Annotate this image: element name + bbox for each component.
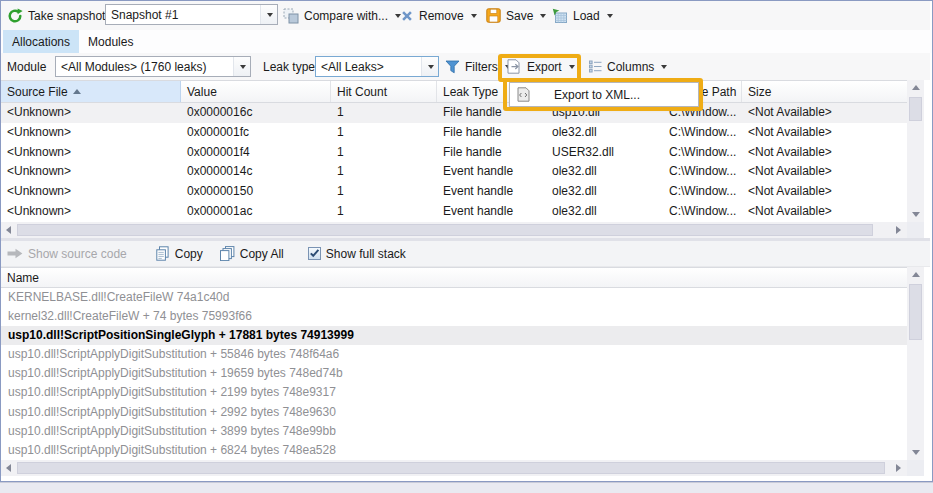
stack-frame-row[interactable]: usp10.dll!ScriptPositionSingleGlyph + 17… [1,326,908,345]
dropdown-caret-icon [569,65,575,69]
scroll-up-icon [912,85,920,90]
column-header-size[interactable]: Size [742,81,908,102]
table-cell: <Not Available> [742,182,908,202]
table-cell: 1 [331,103,437,123]
table-row[interactable]: <Unknown>0x000001ac1Event handleole32.dl… [1,202,908,222]
table-cell: <Not Available> [742,202,908,222]
dropdown-caret-icon [267,13,273,17]
save-button[interactable]: Save [486,1,546,30]
scroll-down-button[interactable] [907,445,924,460]
scrollbar-corner [907,222,924,238]
column-header-value[interactable]: Value [181,81,331,102]
scroll-right-button[interactable] [891,460,906,476]
copy-button[interactable]: Copy [155,246,203,261]
scroll-up-button[interactable] [907,267,924,282]
stack-frame-row[interactable]: usp10.dll!ScriptApplyDigitSubstitution +… [1,364,908,383]
stack-frame-row[interactable]: usp10.dll!ScriptApplyDigitSubstitution +… [1,422,908,441]
copy-icon [155,246,170,261]
leak-type-filter-dropdown-button[interactable] [421,57,438,76]
take-snapshot-button[interactable]: Take snapshot [7,1,105,30]
scrollbar-thumb[interactable] [17,224,873,236]
snapshot-combobox[interactable]: Snapshot #1 [105,4,278,25]
stack-frame-row[interactable]: usp10.dll!ScriptApplyDigitSubstitution +… [1,403,908,422]
tab-bar: Allocations Modules [1,30,932,53]
table-row[interactable]: <Unknown>0x0000016c1File handleusp10.dll… [1,103,908,123]
columns-button[interactable]: Columns [589,53,667,80]
stack-frame-row[interactable]: KERNELBASE.dll!CreateFileW 74a1c40d [1,288,908,307]
filters-button[interactable]: Filters [445,53,511,80]
show-source-code-icon [7,248,23,259]
column-header-label: Value [187,85,217,99]
table-row[interactable]: <Unknown>0x000001501Event handleole32.dl… [1,182,908,202]
dropdown-caret-icon [471,14,477,18]
save-label: Save [506,9,533,23]
scrollbar-corner [907,460,924,476]
table-cell: 1 [331,202,437,222]
stack-frame-row[interactable]: usp10.dll!ScriptApplyDigitSubstitution +… [1,345,908,364]
scroll-left-button[interactable] [1,460,16,476]
load-label: Load [573,9,600,23]
module-filter-dropdown-button[interactable] [233,57,250,76]
remove-button[interactable]: Remove [400,1,477,30]
compare-with-icon [283,8,299,24]
module-filter-label: Module [7,53,46,80]
table-cell: 1 [331,162,437,182]
sort-ascending-icon [73,89,81,94]
scroll-down-button[interactable] [907,207,924,222]
filter-toolbar: Module <All Modules> (1760 leaks) Leak t… [1,53,930,80]
table-cell: ole32.dll [546,202,663,222]
column-header-hit-count[interactable]: Hit Count [331,81,437,102]
table-cell: 1 [331,123,437,143]
table-row[interactable]: <Unknown>0x000001f41File handleUSER32.dl… [1,143,908,163]
stack-table-body: KERNELBASE.dll!CreateFileW 74a1c40dkerne… [1,288,908,460]
dropdown-caret-icon [240,65,246,69]
table-cell: <Unknown> [1,162,181,182]
table-cell: 0x00000150 [181,182,331,202]
scrollbar-thumb[interactable] [17,462,885,474]
table-cell: <Unknown> [1,123,181,143]
export-button[interactable]: Export [506,53,575,80]
table-cell: <Not Available> [742,103,908,123]
export-to-xml-menu-item[interactable]: Export to XML... [554,88,640,102]
table-cell: 0x000001ac [181,202,331,222]
xml-document-icon [517,87,530,102]
table-cell: 0x0000016c [181,103,331,123]
compare-with-button[interactable]: Compare with... [283,1,401,30]
column-header-label: Hit Count [337,85,387,99]
copy-all-button[interactable]: Copy All [219,246,284,261]
profiler-window: Take snapshot Snapshot #1 Compare with..… [0,0,933,482]
dropdown-caret-icon [540,14,546,18]
leak-type-filter-combobox[interactable]: <All Leaks> [315,56,439,77]
scroll-up-icon [912,272,920,277]
stack-frame-row[interactable]: usp10.dll!ScriptApplyDigitSubstitution +… [1,383,908,402]
stack-table-header[interactable]: Name [1,267,908,288]
allocations-vertical-scrollbar[interactable] [907,80,924,222]
module-filter-combobox[interactable]: <All Modules> (1760 leaks) [55,56,251,77]
allocations-table-body: <Unknown>0x0000016c1File handleusp10.dll… [1,103,908,222]
scrollbar-thumb[interactable] [909,284,922,340]
filters-label: Filters [465,60,498,74]
stack-horizontal-scrollbar[interactable] [1,460,907,476]
scroll-up-button[interactable] [907,80,924,95]
checkbox-checked-icon[interactable] [308,247,321,260]
table-row[interactable]: <Unknown>0x0000014c1Event handleole32.dl… [1,162,908,182]
table-cell: <Not Available> [742,162,908,182]
load-button[interactable]: Load [552,1,613,30]
table-row[interactable]: <Unknown>0x000001fc1File handleole32.dll… [1,123,908,143]
show-full-stack-checkbox[interactable]: Show full stack [308,247,406,261]
table-cell: <Not Available> [742,143,908,163]
module-filter-value: <All Modules> (1760 leaks) [56,60,233,74]
scroll-left-button[interactable] [1,222,16,238]
stack-frame-row[interactable]: usp10.dll!ScriptApplyDigitSubstitution +… [1,441,908,460]
show-source-code-button[interactable]: Show source code [7,247,127,261]
scrollbar-thumb[interactable] [909,97,922,121]
window-bottom-edge [0,482,933,493]
tab-modules[interactable]: Modules [79,30,142,53]
allocations-horizontal-scrollbar[interactable] [1,222,907,238]
scroll-right-button[interactable] [891,222,906,238]
stack-frame-row[interactable]: kernel32.dll!CreateFileW + 74 bytes 7599… [1,307,908,326]
stack-vertical-scrollbar[interactable] [907,267,924,460]
tab-allocations[interactable]: Allocations [3,30,79,53]
snapshot-combobox-dropdown-button[interactable] [260,5,277,24]
column-header-source-file[interactable]: Source File [1,81,181,102]
